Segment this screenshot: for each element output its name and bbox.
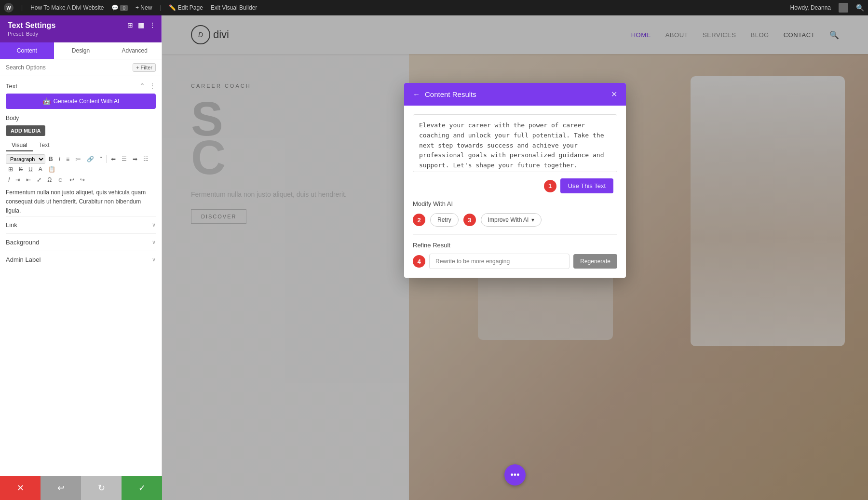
edit-page-link[interactable]: ✏️ Edit Page: [169, 4, 203, 11]
align-left-button[interactable]: ⬅: [108, 155, 118, 163]
result-textarea[interactable]: Elevate your career with the power of ca…: [413, 114, 617, 172]
new-link[interactable]: + New: [136, 4, 152, 11]
paragraph-select[interactable]: Paragraph: [6, 154, 45, 164]
modify-section: Modify With AI 2 Retry 3 Improve With AI…: [413, 193, 617, 269]
tab-advanced[interactable]: Advanced: [108, 42, 162, 59]
search-input[interactable]: [6, 64, 129, 71]
toolbar-divider-1: [106, 155, 107, 163]
expand-button[interactable]: ⤢: [34, 176, 44, 184]
modify-buttons: 2 Retry 3 Improve With AI ▾: [413, 213, 617, 227]
link-arrow-icon: ∨: [152, 222, 156, 228]
admin-sep2: |: [160, 4, 161, 11]
background-arrow-icon: ∨: [152, 239, 156, 245]
ai-icon: 🤖: [42, 97, 51, 105]
collapse-icon[interactable]: ⌃: [139, 82, 145, 90]
outdent-button[interactable]: ⇤: [24, 176, 33, 184]
sidebar: Text Settings Preset: Body ⊞ ▦ ⋮ Content…: [0, 15, 162, 500]
modify-label: Modify With AI: [413, 200, 617, 207]
align-right-button[interactable]: ➡: [130, 155, 140, 163]
save-button[interactable]: ✓: [122, 476, 162, 500]
wp-logo-icon[interactable]: W: [4, 3, 14, 13]
refine-input[interactable]: [429, 254, 570, 269]
omega-button[interactable]: Ω: [45, 176, 54, 184]
site-name-link[interactable]: How To Make A Divi Website: [30, 4, 104, 11]
generate-ai-button[interactable]: 🤖 Generate Content With AI: [6, 94, 156, 109]
main-content: D divi HOME ABOUT SERVICES BLOG CONTACT …: [162, 15, 868, 500]
improve-with-ai-button[interactable]: Improve With AI ▾: [481, 213, 542, 227]
search-bar: + Filter: [0, 59, 162, 76]
content-results-modal: ← Content Results ✕ Elevate your career …: [404, 83, 626, 278]
editor-tab-visual[interactable]: Visual: [6, 140, 33, 151]
use-this-text-button[interactable]: Use This Text: [560, 178, 613, 193]
underline-button[interactable]: U: [26, 165, 35, 174]
search-icon[interactable]: 🔍: [856, 4, 864, 12]
align-justify-button[interactable]: ☷: [141, 155, 151, 163]
undo-button[interactable]: ↩: [41, 476, 81, 500]
regenerate-button[interactable]: Regenerate: [573, 254, 617, 269]
link-section[interactable]: Link ∨: [6, 216, 156, 233]
back-icon[interactable]: ←: [413, 90, 420, 98]
sidebar-content: Text ⌃ ⋮ 🤖 Generate Content With AI Body…: [0, 76, 162, 483]
floating-dots-button[interactable]: •••: [504, 464, 526, 486]
more-icon[interactable]: ⋮: [149, 21, 156, 29]
text-section-header[interactable]: Text ⌃ ⋮: [6, 82, 156, 90]
modal-body: Elevate your career with the power of ca…: [404, 106, 626, 278]
italic-button[interactable]: I: [56, 155, 63, 163]
grid-icon[interactable]: ⊞: [127, 21, 133, 29]
badge-2: 2: [413, 214, 425, 226]
badge-1: 1: [544, 180, 556, 192]
sidebar-tabs: Content Design Advanced: [0, 42, 162, 59]
sidebar-preset[interactable]: Preset: Body: [8, 31, 154, 37]
redo-toolbar-button[interactable]: ↪: [78, 176, 87, 184]
tab-design[interactable]: Design: [54, 42, 108, 59]
retry-button[interactable]: Retry: [430, 213, 459, 227]
editor-toolbar: Paragraph B I ≡ ≔ 🔗 " ⬅ ☰ ➡ ☷ ⊞ S U A 📋: [6, 154, 156, 174]
section-menu-icon[interactable]: ⋮: [149, 82, 156, 90]
indent-button[interactable]: ⇥: [13, 176, 23, 184]
comment-count[interactable]: 0: [120, 5, 128, 11]
filter-button[interactable]: + Filter: [133, 63, 156, 72]
unordered-list-button[interactable]: ≡: [64, 155, 72, 163]
cancel-button[interactable]: ✕: [0, 476, 41, 500]
pencil-icon: ✏️: [169, 4, 176, 11]
editor-tab-text[interactable]: Text: [33, 140, 55, 151]
badge-4: 4: [413, 255, 425, 268]
strikethrough-button[interactable]: S: [16, 165, 25, 174]
quote-button[interactable]: ": [97, 155, 104, 163]
modal-header: ← Content Results ✕: [404, 83, 626, 106]
background-section[interactable]: Background ∨: [6, 233, 156, 251]
text-section-title: Text: [6, 82, 17, 90]
link-button[interactable]: 🔗: [84, 155, 96, 163]
undo-icon: ↩: [57, 483, 65, 493]
dropdown-arrow-icon: ▾: [531, 216, 534, 223]
bold-button[interactable]: B: [46, 155, 55, 163]
undo-toolbar-button[interactable]: ↩: [67, 176, 77, 184]
refine-label: Refine Result: [413, 242, 617, 249]
refine-row: 4 Regenerate: [413, 254, 617, 269]
italic2-button[interactable]: I: [6, 176, 12, 184]
editor-body-text[interactable]: Fermentum nulla non justo aliquet, quis …: [6, 188, 156, 216]
paste-button[interactable]: 📋: [46, 165, 58, 174]
comment-icon: 💬: [111, 4, 119, 11]
ordered-list-button[interactable]: ≔: [73, 155, 83, 163]
modal-overlay: ← Content Results ✕ Elevate your career …: [162, 15, 868, 500]
modal-close-button[interactable]: ✕: [611, 90, 617, 99]
sidebar-header: Text Settings Preset: Body ⊞ ▦ ⋮: [0, 15, 162, 42]
add-media-button[interactable]: ADD MEDIA: [6, 125, 45, 136]
comments-section: 💬 0: [111, 4, 128, 11]
admin-label-section[interactable]: Admin Label ∨: [6, 251, 156, 268]
align-center-button[interactable]: ☰: [119, 155, 129, 163]
table-button[interactable]: ⊞: [6, 165, 15, 174]
text-color-button[interactable]: A: [36, 165, 45, 174]
tab-content[interactable]: Content: [0, 42, 54, 59]
editor-toolbar-2: I ⇥ ⇤ ⤢ Ω ☺ ↩ ↪: [6, 176, 156, 184]
redo-button[interactable]: ↻: [81, 476, 122, 500]
columns-icon[interactable]: ▦: [138, 21, 144, 29]
badge-3: 3: [463, 214, 476, 226]
editor-tabs: Visual Text: [6, 140, 156, 151]
modal-title: Content Results: [425, 90, 476, 98]
emoji-button[interactable]: ☺: [55, 176, 66, 184]
save-icon: ✓: [138, 483, 146, 493]
exit-builder-link[interactable]: Exit Visual Builder: [211, 4, 258, 11]
bottom-bar: ✕ ↩ ↻ ✓: [0, 476, 162, 500]
